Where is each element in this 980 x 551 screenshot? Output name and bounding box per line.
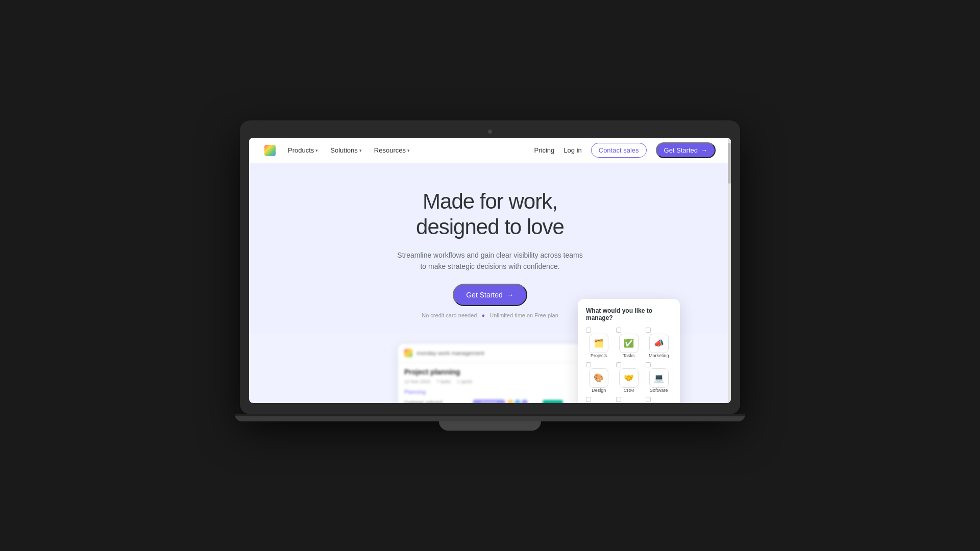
manage-item-hr[interactable]: 👥 HR <box>646 397 672 403</box>
laptop-stand <box>439 421 541 431</box>
laptop-frame: Products ▾ Solutions ▾ Resources ▾ <box>240 120 740 414</box>
hero-title-line2: designed to love <box>416 215 564 239</box>
nav-item-solutions[interactable]: Solutions ▾ <box>330 146 361 154</box>
software-label: Software <box>650 388 668 393</box>
manage-item-it[interactable]: 🖥️ IT <box>586 397 612 403</box>
manage-checkbox-design[interactable] <box>586 362 591 367</box>
dashboard-brand-text: monday work management <box>416 350 484 356</box>
manage-card: What would you like to manage? 🗂️ Projec… <box>578 299 680 403</box>
dashboard-card: monday work management Project planning … <box>398 344 582 403</box>
scrollbar[interactable] <box>728 138 731 403</box>
manage-item-projects[interactable]: 🗂️ Projects <box>586 328 612 358</box>
nav-item-products[interactable]: Products ▾ <box>288 146 318 154</box>
get-started-nav-label: Get Started <box>664 146 698 154</box>
avatar <box>522 399 528 403</box>
manage-checkbox-marketing[interactable] <box>646 328 651 333</box>
nav-left: Products ▾ Solutions ▾ Resources ▾ <box>264 145 410 156</box>
laptop: Products ▾ Solutions ▾ Resources ▾ <box>240 120 740 431</box>
nav-resources-label: Resources <box>374 146 406 154</box>
browser-content: Products ▾ Solutions ▾ Resources ▾ <box>249 138 731 403</box>
screen-bezel: Products ▾ Solutions ▾ Resources ▾ <box>249 138 731 403</box>
nav-solutions-label: Solutions <box>330 146 357 154</box>
manage-card-title: What would you like to manage? <box>586 307 672 321</box>
projects-label: Projects <box>591 353 607 358</box>
dashboard-card-header: monday work management <box>398 344 582 363</box>
dashboard-card-body: Project planning 12 Nov 2024 7 tasks 1 s… <box>398 363 582 403</box>
meta-date: 12 Nov 2024 <box>404 379 430 384</box>
logo-icon <box>264 145 276 156</box>
hero-subtitle: Streamline workflows and gain clear visi… <box>393 249 587 272</box>
manage-checkbox-projects[interactable] <box>586 328 591 333</box>
get-started-nav-button[interactable]: Get Started → <box>656 142 716 158</box>
table-row: Customer onboard... Planning <box>404 398 576 403</box>
marketing-icon: 📣 <box>649 334 669 353</box>
solutions-chevron-icon: ▾ <box>359 148 362 153</box>
nav-pricing-link[interactable]: Pricing <box>534 146 555 154</box>
laptop-camera <box>488 130 492 134</box>
get-started-hero-label: Get Started <box>466 291 503 299</box>
monday-logo-small <box>404 349 412 357</box>
resources-chevron-icon: ▾ <box>407 148 410 153</box>
marketing-label: Marketing <box>649 353 669 358</box>
hero-subtitle-line1: Streamline workflows and gain clear visi… <box>397 251 582 259</box>
manage-item-operations[interactable]: ⚙️ Operations <box>616 397 642 403</box>
design-icon: 🎨 <box>589 368 608 388</box>
crm-icon: 🤝 <box>619 368 639 388</box>
progress-bar <box>543 400 563 403</box>
products-chevron-icon: ▾ <box>315 148 318 153</box>
nav-item-resources[interactable]: Resources ▾ <box>374 146 410 154</box>
nav-products-label: Products <box>288 146 314 154</box>
get-started-hero-button[interactable]: Get Started → <box>453 284 527 306</box>
section-label: Planning <box>404 389 576 395</box>
contact-sales-button[interactable]: Contact sales <box>591 143 647 158</box>
nav-logo <box>264 145 276 156</box>
dashboard-preview: monday work management Project planning … <box>249 334 731 403</box>
crm-label: CRM <box>624 388 634 393</box>
meta-tasks: 7 tasks <box>436 379 451 384</box>
manage-checkbox-hr[interactable] <box>646 397 651 402</box>
laptop-chin <box>249 403 731 409</box>
hero-note-dot: ● <box>482 312 485 318</box>
manage-item-design[interactable]: 🎨 Design <box>586 362 612 393</box>
laptop-hinge <box>235 414 745 416</box>
laptop-top-bar <box>249 130 731 134</box>
manage-item-marketing[interactable]: 📣 Marketing <box>646 328 672 358</box>
tasks-icon: ✅ <box>619 334 639 353</box>
manage-checkbox-operations[interactable] <box>616 397 621 402</box>
manage-item-software[interactable]: 💻 Software <box>646 362 672 393</box>
manage-checkbox-crm[interactable] <box>616 362 621 367</box>
hero-subtitle-line2: to make strategic decisions with confide… <box>420 262 559 270</box>
projects-icon: 🗂️ <box>589 334 608 353</box>
project-title: Project planning <box>404 368 576 376</box>
row-avatars <box>507 399 541 403</box>
nav-right: Pricing Log in Contact sales Get Started… <box>534 142 716 158</box>
manage-checkbox-software[interactable] <box>646 362 651 367</box>
get-started-nav-arrow: → <box>701 146 707 154</box>
laptop-base <box>235 414 745 421</box>
project-meta: 12 Nov 2024 7 tasks 1 sprint <box>404 379 576 384</box>
design-label: Design <box>592 388 606 393</box>
hero-title-line1: Made for work, <box>423 189 557 213</box>
manage-checkbox-tasks[interactable] <box>616 328 621 333</box>
tasks-label: Tasks <box>623 353 634 358</box>
avatar <box>514 399 521 403</box>
software-icon: 💻 <box>649 368 669 388</box>
avatar <box>507 399 513 403</box>
manage-item-crm[interactable]: 🤝 CRM <box>616 362 642 393</box>
scrollbar-thumb[interactable] <box>728 143 731 184</box>
hero-note-left: No credit card needed <box>422 312 477 318</box>
hero-note-right: Unlimited time on Free plan <box>489 312 558 318</box>
nav-login-link[interactable]: Log in <box>564 146 581 154</box>
navbar: Products ▾ Solutions ▾ Resources ▾ <box>249 138 731 163</box>
hero-title: Made for work, designed to love <box>264 189 716 240</box>
row-status: Planning <box>473 399 506 403</box>
get-started-hero-arrow: → <box>507 291 514 299</box>
manage-item-tasks[interactable]: ✅ Tasks <box>616 328 642 358</box>
manage-checkbox-it[interactable] <box>586 397 591 402</box>
row-name: Customer onboard... <box>404 400 471 403</box>
meta-sprint: 1 sprint <box>457 379 473 384</box>
manage-grid: 🗂️ Projects ✅ Tasks <box>586 328 672 403</box>
